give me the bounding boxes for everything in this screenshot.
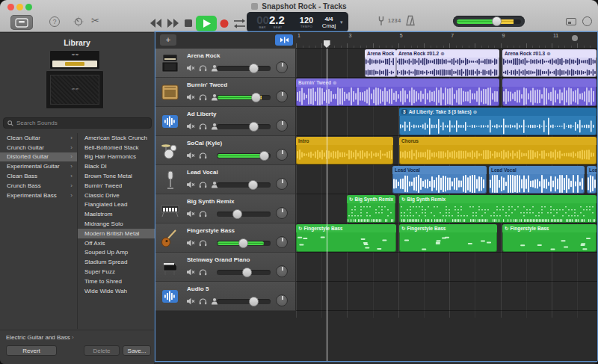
track-lane[interactable]: [296, 253, 597, 282]
solo-button[interactable]: [199, 152, 207, 159]
patch-item[interactable]: Off Axis: [78, 238, 155, 248]
track-header-ad-liberty[interactable]: Ad Liberty: [155, 107, 295, 136]
region-fingerstyle-bass[interactable]: ↻Fingerstyle Bass: [296, 224, 396, 252]
forward-button[interactable]: [167, 19, 179, 28]
metronome-button[interactable]: [406, 15, 415, 29]
category-item[interactable]: Clean Bass›: [0, 171, 77, 181]
track-lane[interactable]: ↻Fingerstyle Bass ↻Fingerstyle Bass ↻Fin…: [296, 223, 597, 253]
track-name[interactable]: Lead Vocal: [187, 169, 218, 176]
region-ad-liberty-take-3-3-takes-[interactable]: 3Ad Liberty: Take 3 (3 takes)⊕: [399, 108, 597, 135]
patch-item[interactable]: Big Hair Harmonics: [78, 152, 155, 162]
patch-item[interactable]: Time to Shred: [78, 277, 155, 286]
region-fingerstyle-bass[interactable]: ↻Fingerstyle Bass: [399, 224, 497, 252]
track-name[interactable]: Arena Rock: [187, 52, 220, 59]
loop-browser-icon[interactable]: [582, 16, 592, 26]
track-name[interactable]: Burnin' Tweed: [187, 81, 227, 88]
patch-item[interactable]: Wide Wide Wah: [78, 286, 155, 296]
mute-button[interactable]: [186, 93, 195, 101]
solo-button[interactable]: [199, 210, 207, 218]
solo-button[interactable]: [199, 268, 207, 276]
master-volume-slider[interactable]: [453, 16, 525, 27]
track-header-audio-5[interactable]: Audio 5: [155, 282, 295, 311]
solo-button[interactable]: [199, 297, 207, 305]
track-lane[interactable]: ↻Big Synth Remix ↻Big Synth Remix: [296, 194, 597, 223]
volume-slider[interactable]: [217, 299, 271, 304]
pan-knob[interactable]: [276, 120, 288, 132]
track-lane[interactable]: [296, 282, 597, 311]
track-lane[interactable]: Intro Chorus: [296, 136, 597, 165]
editors-button[interactable]: ✂: [91, 15, 99, 26]
mute-button[interactable]: [186, 297, 195, 305]
track-header-big-synth-remix[interactable]: Big Synth Remix: [155, 194, 295, 223]
track-lane[interactable]: Arena Rock Arena Rock #01.2⊕ Arena Rock …: [296, 49, 597, 78]
volume-slider[interactable]: [217, 124, 271, 129]
region-fingerstyle-bass[interactable]: ↻Fingerstyle Bass: [502, 224, 597, 252]
record-button[interactable]: [221, 19, 229, 28]
patch-item[interactable]: Modern British Metal: [78, 229, 155, 238]
count-in-button[interactable]: 1234: [388, 18, 401, 23]
region-intro[interactable]: Intro: [296, 137, 393, 164]
volume-knob[interactable]: [249, 297, 259, 306]
volume-slider[interactable]: [217, 95, 271, 100]
solo-button[interactable]: [199, 123, 207, 130]
volume-knob[interactable]: [251, 93, 261, 102]
track-header-lead-vocal[interactable]: Lead Vocal: [155, 165, 295, 194]
track-name[interactable]: Steinway Grand Piano: [187, 256, 250, 263]
solo-button[interactable]: [199, 64, 207, 72]
track-header-burnin-tweed[interactable]: Burnin' Tweed: [155, 78, 295, 107]
category-item[interactable]: Distorted Guitar›: [0, 152, 77, 162]
volume-knob[interactable]: [259, 151, 269, 161]
playhead-line[interactable]: [327, 49, 327, 361]
pan-knob[interactable]: [276, 207, 288, 219]
volume-knob[interactable]: [242, 268, 252, 277]
track-name[interactable]: SoCal (Kyle): [187, 140, 222, 146]
volume-slider[interactable]: [217, 182, 271, 188]
patch-item[interactable]: Super Fuzz: [78, 267, 155, 277]
delete-button[interactable]: Delete: [84, 345, 120, 356]
search-input[interactable]: Search Sounds: [3, 117, 152, 129]
revert-button[interactable]: Revert: [6, 345, 57, 356]
solo-button[interactable]: [199, 93, 207, 101]
instrument-path[interactable]: Electric Guitar and Bass ›: [6, 334, 74, 341]
track-lane[interactable]: 3Ad Liberty: Take 3 (3 takes)⊕: [296, 107, 597, 136]
mute-button[interactable]: [186, 181, 195, 188]
timeline-ruler[interactable]: 1357911: [296, 32, 597, 49]
solo-button[interactable]: [199, 181, 207, 188]
patch-item[interactable]: Brown Tone Metal: [78, 171, 155, 181]
category-item[interactable]: Clean Guitar›: [0, 133, 77, 143]
category-item[interactable]: Crunch Guitar›: [0, 143, 77, 152]
pan-knob[interactable]: [276, 294, 288, 306]
track-name[interactable]: Big Synth Remix: [187, 198, 235, 205]
add-track-button[interactable]: +: [160, 34, 176, 46]
save-button[interactable]: Save...: [123, 345, 151, 356]
volume-slider[interactable]: [217, 66, 271, 71]
patch-item[interactable]: Classic Drive: [78, 191, 155, 200]
pan-knob[interactable]: [276, 178, 288, 190]
quick-help-button[interactable]: ?: [49, 16, 60, 27]
display-icon[interactable]: [566, 18, 576, 25]
volume-slider[interactable]: [217, 212, 271, 217]
pan-knob[interactable]: [276, 236, 288, 248]
region-arena-rock-01-3[interactable]: Arena Rock #01.3⊕: [502, 49, 597, 77]
play-button[interactable]: [196, 16, 217, 31]
region-big-synth-remix[interactable]: ↻Big Synth Remix: [399, 195, 597, 223]
cycle-button[interactable]: [234, 19, 245, 28]
region-lead-vocal[interactable]: Lead Vocal: [392, 166, 487, 194]
track-header-socal-kyle-[interactable]: SoCal (Kyle): [155, 136, 295, 165]
pan-knob[interactable]: [276, 61, 288, 73]
volume-knob[interactable]: [232, 209, 242, 219]
lcd-display[interactable]: 002.2 BARBEAT 120 TEMPO 4/4 Cmaj ▾: [247, 12, 348, 32]
stop-button[interactable]: [185, 19, 192, 27]
volume-knob[interactable]: [249, 64, 259, 73]
track-lane[interactable]: Burnin' Tweed⊕: [296, 78, 597, 107]
rewind-button[interactable]: [150, 19, 161, 28]
track-name[interactable]: Audio 5: [187, 286, 209, 292]
patch-item[interactable]: Maelstrom: [78, 209, 155, 219]
track-header-fingerstyle-bass[interactable]: Fingerstyle Bass: [155, 223, 295, 253]
patch-item[interactable]: Bell-Bottomed Stack: [78, 143, 155, 152]
ruler-handle[interactable]: [572, 35, 578, 41]
patch-item[interactable]: Burnin' Tweed: [78, 181, 155, 191]
master-volume-knob[interactable]: [492, 16, 502, 26]
solo-button[interactable]: [199, 239, 207, 247]
region-arena-rock-01-2[interactable]: Arena Rock #01.2⊕: [396, 49, 499, 77]
